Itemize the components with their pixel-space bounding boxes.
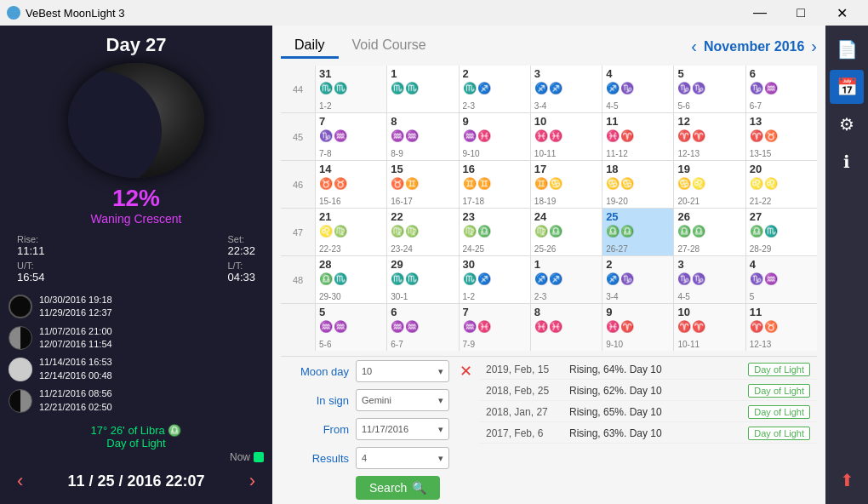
now-indicator (254, 452, 264, 462)
cell-signs: ♍♍ (391, 225, 454, 238)
calendar-cell[interactable]: 3♐♐3-4 (531, 66, 602, 112)
search-field-select-from[interactable]: 11/17/2016▾ (356, 418, 449, 440)
calendar-cell[interactable]: 4♐♑4-5 (602, 66, 673, 112)
result-row[interactable]: 2018, Feb, 25 Rising, 62%. Day 10 Day of… (479, 381, 817, 401)
search-field-select-moonDay[interactable]: 10▾ (356, 360, 449, 382)
cell-number: 9 (463, 115, 527, 128)
zodiac-sign: ♍ (391, 225, 404, 238)
cell-days: 17-18 (463, 197, 527, 206)
calendar-cell[interactable]: 22♍♍23-24 (387, 209, 458, 255)
close-search-button[interactable]: ✕ (460, 362, 472, 381)
day-label: Day 27 (106, 34, 167, 56)
maximize-button[interactable]: □ (781, 0, 820, 26)
calendar-cell[interactable]: 11♓♈11-12 (602, 113, 673, 160)
calendar-cell[interactable]: 1♐♐2-3 (531, 256, 602, 303)
calendar-cell[interactable]: 8♓♓ (531, 304, 602, 351)
calendar-cell[interactable]: 9♒♓9-10 (460, 113, 530, 160)
calendar-cell[interactable]: 6♒♒6-7 (387, 304, 458, 351)
calendar-cell[interactable]: 10♈♈10-11 (674, 304, 745, 351)
result-badge: Day of Light (748, 405, 810, 419)
notes-button[interactable]: 📄 (830, 32, 864, 66)
cell-signs: ♎♎ (677, 225, 741, 238)
calendar-cell[interactable]: 3♑♑4-5 (674, 256, 745, 303)
zodiac-sign: ♋ (677, 177, 691, 190)
tab-daily[interactable]: Daily (281, 34, 339, 59)
close-button[interactable]: ✕ (822, 0, 861, 26)
rise-set-row: Rise: 11:11 Set: 22:32 (9, 234, 264, 257)
cell-signs: ♐♑ (606, 272, 670, 285)
zodiac-sign: ♌ (319, 225, 333, 238)
title-bar: VeBest MoonLight 3 — □ ✕ (0, 0, 868, 26)
calendar-cell[interactable]: 29♏♏30-1 (387, 256, 458, 303)
cell-days: 26-27 (606, 244, 670, 254)
result-row[interactable]: 2019, Feb, 15 Rising, 64%. Day 10 Day of… (479, 360, 817, 380)
calendar-cell[interactable]: 30♏♐1-2 (460, 256, 530, 303)
calendar-cell[interactable]: 17♊♋18-19 (531, 161, 602, 208)
result-date: 2018, Jan, 27 (486, 406, 562, 418)
zodiac-sign: ♏ (463, 82, 477, 94)
result-row[interactable]: 2018, Jan, 27 Rising, 65%. Day 10 Day of… (479, 403, 817, 422)
calendar-cell[interactable]: 7♑♒7-8 (316, 113, 386, 160)
calendar-cell[interactable]: 14♉♉15-16 (316, 161, 386, 208)
result-row[interactable]: 2017, Feb, 6 Rising, 63%. Day 10 Day of … (479, 424, 817, 444)
calendar-cell[interactable]: 18♋♋19-20 (602, 161, 673, 208)
calendar-cell[interactable]: 15♉♊16-17 (387, 161, 458, 208)
next-month-button[interactable]: › (811, 37, 817, 56)
up-button[interactable]: ⬆ (830, 463, 864, 497)
calendar-cell[interactable]: 25♎♎26-27 (602, 209, 673, 255)
calendar-cell[interactable]: 26♎♎27-28 (674, 209, 745, 255)
cell-days: 4-5 (606, 101, 670, 111)
calendar-cell[interactable]: 27♎♏28-29 (746, 209, 817, 255)
cell-number: 25 (606, 210, 670, 223)
calendar-cell[interactable]: 19♋♌20-21 (674, 161, 745, 208)
calendar-cell[interactable]: 20♌♌21-22 (746, 161, 817, 208)
info-button[interactable]: ℹ (830, 145, 864, 179)
cell-signs: ♋♌ (677, 177, 741, 190)
week-number: 46 (281, 161, 315, 208)
calendar-cell[interactable]: 28♎♏29-30 (316, 256, 386, 303)
calendar-cell[interactable]: 2♐♑3-4 (602, 256, 673, 303)
prev-month-button[interactable]: ‹ (691, 37, 697, 56)
calendar-cell[interactable]: 6♑♒6-7 (746, 66, 817, 112)
search-field-select-results[interactable]: 4▾ (356, 447, 449, 469)
search-field-row: From11/17/2016▾ (281, 418, 472, 440)
cell-days: 3-4 (606, 292, 670, 301)
cell-signs: ♏♐ (463, 272, 527, 285)
cell-signs: ♐♑ (606, 82, 670, 94)
calendar-cell[interactable]: 16♊♊17-18 (460, 161, 530, 208)
cell-number: 7 (463, 306, 527, 318)
calendar-button[interactable]: 📅 (830, 70, 864, 104)
calendar-cell[interactable]: 11♈♉12-13 (746, 304, 817, 351)
calendar-cell[interactable]: 21♌♍22-23 (316, 209, 386, 255)
cell-signs: ♐♐ (534, 272, 598, 285)
calendar-cell[interactable]: 1♏♏ (387, 66, 458, 112)
settings-button[interactable]: ⚙ (830, 107, 864, 141)
calendar-cell[interactable]: 13♈♉13-15 (746, 113, 817, 160)
tab-void-course[interactable]: Void Course (339, 34, 440, 59)
calendar-cell[interactable]: 24♍♎25-26 (531, 209, 602, 255)
calendar-cell[interactable]: 7♒♓7-9 (460, 304, 530, 351)
search-field-select-inSign[interactable]: Gemini▾ (356, 389, 449, 411)
event-dates: 11/14/2016 16:53 12/14/2016 00:48 (39, 356, 112, 382)
calendar-cell[interactable]: 8♒♒8-9 (387, 113, 458, 160)
calendar-cell[interactable]: 31♏♏1-2 (316, 66, 386, 112)
zodiac-sign: ♓ (606, 320, 620, 333)
calendar-cell[interactable]: 2♏♐2-3 (460, 66, 530, 112)
calendar-cell[interactable]: 10♓♓10-11 (531, 113, 602, 160)
calendar-cell[interactable]: 12♈♈12-13 (674, 113, 745, 160)
minimize-button[interactable]: — (740, 0, 779, 26)
result-desc: Rising, 62%. Day 10 (569, 385, 741, 397)
search-button[interactable]: Search 🔍 (356, 476, 440, 500)
prev-date-button[interactable]: ‹ (9, 467, 31, 495)
cell-signs: ♐♐ (534, 82, 598, 94)
calendar-cell[interactable]: 23♍♎24-25 (460, 209, 530, 255)
next-date-button[interactable]: › (241, 467, 264, 495)
calendar-cell[interactable]: 5♑♑5-6 (674, 66, 745, 112)
zodiac-sign: ♓ (549, 129, 562, 142)
calendar-cell[interactable]: 9♓♈9-10 (602, 304, 673, 351)
calendar-cell[interactable]: 5♒♒5-6 (316, 304, 386, 351)
cell-number: 12 (677, 115, 741, 128)
calendar-cell[interactable]: 4♑♒5 (746, 256, 817, 303)
cell-days: 12-13 (750, 340, 814, 349)
cell-signs: ♋♋ (606, 177, 670, 190)
